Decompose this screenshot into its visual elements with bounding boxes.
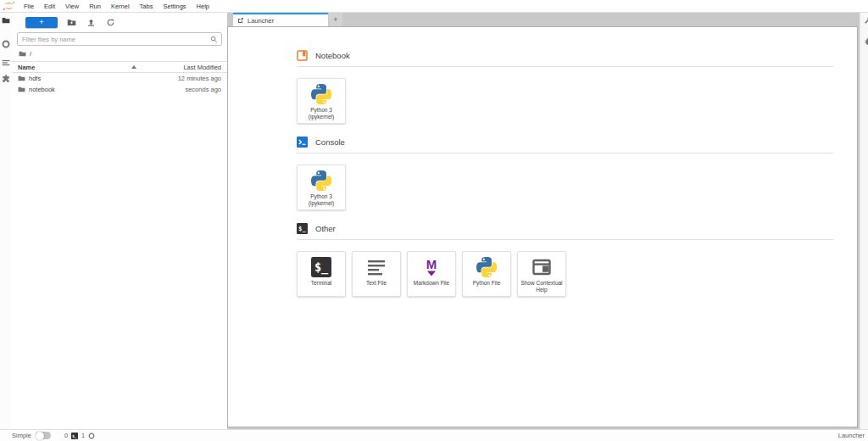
- menu-run[interactable]: Run: [84, 0, 106, 13]
- terminals-count: 0: [64, 432, 68, 439]
- statusbar-context-label: Launcher: [838, 432, 865, 439]
- file-browser-icon[interactable]: [1, 15, 11, 25]
- column-name-header[interactable]: Name: [18, 64, 160, 71]
- python-icon: [311, 84, 331, 104]
- status-bar: Simple 0 1 Launcher: [0, 429, 868, 441]
- new-folder-icon[interactable]: [65, 16, 77, 28]
- file-browser-toolbar: +: [12, 13, 227, 31]
- property-inspector-icon[interactable]: [863, 15, 868, 25]
- breadcrumb-path: /: [30, 50, 31, 58]
- section-console: Console Python 3 (ipykernel): [297, 137, 833, 210]
- section-notebook: Notebook Python 3 (ipykernel): [297, 50, 833, 124]
- launcher-icon: [237, 17, 244, 24]
- menu-help[interactable]: Help: [192, 0, 214, 13]
- filter-files-box: [17, 32, 222, 46]
- section-title: Notebook: [315, 51, 350, 60]
- menu-edit[interactable]: Edit: [39, 0, 60, 13]
- file-name: notebook: [29, 86, 55, 93]
- file-row-notebook[interactable]: notebook seconds ago: [12, 84, 227, 95]
- file-browser-panel: + / Name Last Modified hdfs 12 mi: [12, 13, 227, 429]
- menu-tabs[interactable]: Tabs: [135, 0, 159, 13]
- menu-kernel[interactable]: Kernel: [106, 0, 135, 13]
- new-launcher-button[interactable]: +: [25, 17, 58, 28]
- search-icon: [210, 36, 218, 43]
- simple-mode-label: Simple: [12, 432, 31, 439]
- file-row-hdfs[interactable]: hdfs 12 minutes ago: [12, 73, 227, 84]
- python-icon: [311, 170, 331, 191]
- tab-label: Launcher: [248, 17, 274, 25]
- kernels-count: 1: [81, 432, 85, 439]
- menu-view[interactable]: View: [60, 0, 84, 13]
- extensions-icon[interactable]: [1, 74, 11, 84]
- notebook-icon: [297, 50, 308, 61]
- kernel-status-icon: [88, 433, 95, 439]
- terminal-icon: [311, 257, 331, 277]
- simple-mode-toggle[interactable]: [36, 432, 51, 439]
- folder-icon: [18, 75, 25, 82]
- launcher-card-python-file[interactable]: Python File: [462, 251, 511, 297]
- menu-bar: File Edit View Run Kernel Tabs Settings …: [0, 0, 868, 13]
- file-modified: 12 minutes ago: [153, 75, 221, 82]
- launcher-card-console-python3[interactable]: Python 3 (ipykernel): [297, 165, 346, 210]
- launcher-panel: Notebook Python 3 (ipykernel): [227, 26, 858, 427]
- file-modified: seconds ago: [153, 86, 221, 93]
- kernel-terminal-counts[interactable]: 0 1: [64, 432, 95, 439]
- left-sidebar: [0, 13, 12, 429]
- main-dock-panel: Launcher + Notebook: [227, 13, 860, 429]
- menu-file[interactable]: File: [19, 0, 39, 13]
- launcher-card-markdown-file[interactable]: M Markdown File: [407, 251, 456, 297]
- running-kernels-icon[interactable]: [1, 39, 11, 49]
- launcher-card-contextual-help[interactable]: Show Contextual Help: [517, 251, 566, 297]
- section-title: Console: [315, 137, 345, 147]
- svg-text:M: M: [426, 257, 437, 271]
- menu-settings[interactable]: Settings: [158, 0, 191, 13]
- card-label: Text File: [364, 280, 389, 287]
- table-of-contents-icon[interactable]: [1, 58, 11, 68]
- add-tab-button[interactable]: +: [329, 13, 342, 26]
- card-label: Python File: [470, 280, 504, 287]
- file-name: hdfs: [29, 75, 41, 82]
- sort-ascending-icon: [131, 65, 136, 69]
- folder-icon: [18, 86, 25, 93]
- debugger-icon[interactable]: [863, 36, 868, 47]
- filter-files-input[interactable]: [18, 36, 221, 43]
- refresh-icon[interactable]: [104, 16, 116, 28]
- right-sidebar: [860, 13, 868, 429]
- home-folder-icon: [19, 50, 26, 58]
- terminal-status-icon: [71, 433, 78, 439]
- card-label: Terminal: [309, 280, 335, 287]
- launcher-card-text-file[interactable]: Text File: [352, 251, 401, 297]
- tab-launcher[interactable]: Launcher: [233, 13, 328, 26]
- toggle-knob: [36, 432, 44, 440]
- card-label: Markdown File: [411, 280, 452, 287]
- card-label: Show Contextual Help: [518, 280, 565, 294]
- upload-icon[interactable]: [85, 16, 97, 28]
- card-label: Python 3 (ipykernel): [298, 107, 345, 121]
- breadcrumb[interactable]: /: [12, 48, 227, 59]
- card-label: Python 3 (ipykernel): [298, 193, 345, 208]
- file-list-header: Name Last Modified: [12, 61, 227, 73]
- tab-bar: Launcher +: [227, 13, 860, 26]
- section-other: Other Terminal: [297, 223, 833, 297]
- text-file-icon: [366, 257, 387, 277]
- column-modified-header[interactable]: Last Modified: [160, 64, 221, 71]
- python-icon: [476, 257, 497, 277]
- console-icon: [297, 137, 308, 148]
- jupyter-logo: [3, 1, 15, 11]
- contextual-help-icon: [531, 257, 552, 277]
- section-title: Other: [315, 224, 336, 233]
- name-column-label: Name: [18, 64, 35, 71]
- launcher-card-terminal[interactable]: Terminal: [297, 251, 346, 297]
- terminal-icon: [297, 223, 308, 234]
- markdown-icon: M: [421, 257, 442, 277]
- launcher-card-notebook-python3[interactable]: Python 3 (ipykernel): [297, 78, 346, 124]
